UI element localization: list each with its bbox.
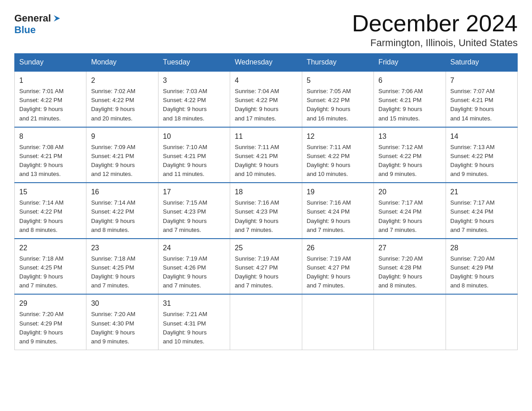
- calendar-cell: 21Sunrise: 7:17 AMSunset: 4:24 PMDayligh…: [446, 183, 517, 239]
- page-header: General Blue December 2024 Farmington, I…: [14, 11, 518, 49]
- calendar-cell: 5Sunrise: 7:05 AMSunset: 4:22 PMDaylight…: [302, 71, 373, 127]
- calendar-cell: [446, 294, 517, 350]
- calendar-cell: 20Sunrise: 7:17 AMSunset: 4:24 PMDayligh…: [374, 183, 446, 239]
- month-title: December 2024: [352, 11, 518, 36]
- calendar-cell: 6Sunrise: 7:06 AMSunset: 4:21 PMDaylight…: [374, 71, 446, 127]
- calendar-cell: 18Sunrise: 7:16 AMSunset: 4:23 PMDayligh…: [230, 183, 302, 239]
- calendar-cell: [302, 294, 373, 350]
- svg-marker-0: [54, 15, 60, 21]
- day-info: Sunrise: 7:17 AMSunset: 4:24 PMDaylight:…: [378, 198, 441, 235]
- day-info: Sunrise: 7:11 AMSunset: 4:22 PMDaylight:…: [307, 143, 369, 179]
- day-info: Sunrise: 7:13 AMSunset: 4:22 PMDaylight:…: [450, 143, 513, 179]
- calendar-cell: 11Sunrise: 7:11 AMSunset: 4:21 PMDayligh…: [230, 127, 302, 183]
- calendar-cell: 3Sunrise: 7:03 AMSunset: 4:22 PMDaylight…: [158, 71, 230, 127]
- day-info: Sunrise: 7:07 AMSunset: 4:21 PMDaylight:…: [450, 87, 513, 123]
- day-info: Sunrise: 7:02 AMSunset: 4:22 PMDaylight:…: [91, 87, 153, 123]
- day-info: Sunrise: 7:04 AMSunset: 4:22 PMDaylight:…: [235, 87, 297, 123]
- day-info: Sunrise: 7:14 AMSunset: 4:22 PMDaylight:…: [19, 198, 82, 235]
- calendar-cell: 9Sunrise: 7:09 AMSunset: 4:21 PMDaylight…: [86, 127, 158, 183]
- calendar-cell: 29Sunrise: 7:20 AMSunset: 4:29 PMDayligh…: [15, 294, 86, 350]
- day-number: 18: [235, 187, 297, 197]
- day-number: 20: [378, 187, 441, 197]
- calendar-cell: 13Sunrise: 7:12 AMSunset: 4:22 PMDayligh…: [374, 127, 446, 183]
- day-number: 10: [163, 131, 225, 142]
- calendar-header-row: SundayMondayTuesdayWednesdayThursdayFrid…: [15, 54, 518, 72]
- logo-blue-text: Blue: [14, 24, 36, 36]
- day-number: 23: [91, 243, 153, 253]
- day-number: 8: [19, 131, 82, 142]
- calendar-cell: 30Sunrise: 7:20 AMSunset: 4:30 PMDayligh…: [86, 294, 158, 350]
- calendar-cell: 17Sunrise: 7:15 AMSunset: 4:23 PMDayligh…: [158, 183, 230, 239]
- day-info: Sunrise: 7:05 AMSunset: 4:22 PMDaylight:…: [307, 87, 369, 123]
- day-info: Sunrise: 7:18 AMSunset: 4:25 PMDaylight:…: [19, 254, 82, 291]
- calendar-cell: 24Sunrise: 7:19 AMSunset: 4:26 PMDayligh…: [158, 239, 230, 295]
- week-row-3: 15Sunrise: 7:14 AMSunset: 4:22 PMDayligh…: [15, 183, 518, 239]
- calendar-cell: 1Sunrise: 7:01 AMSunset: 4:22 PMDaylight…: [15, 71, 86, 127]
- week-row-1: 1Sunrise: 7:01 AMSunset: 4:22 PMDaylight…: [15, 71, 518, 127]
- day-info: Sunrise: 7:09 AMSunset: 4:21 PMDaylight:…: [91, 143, 153, 179]
- title-area: December 2024 Farmington, Illinois, Unit…: [352, 11, 518, 49]
- calendar-cell: 16Sunrise: 7:14 AMSunset: 4:22 PMDayligh…: [86, 183, 158, 239]
- day-number: 6: [378, 75, 441, 86]
- day-number: 22: [19, 243, 82, 253]
- day-number: 2: [91, 75, 153, 86]
- week-row-5: 29Sunrise: 7:20 AMSunset: 4:29 PMDayligh…: [15, 294, 518, 350]
- day-info: Sunrise: 7:10 AMSunset: 4:21 PMDaylight:…: [163, 143, 225, 179]
- day-info: Sunrise: 7:20 AMSunset: 4:29 PMDaylight:…: [19, 310, 82, 346]
- header-saturday: Saturday: [446, 54, 517, 72]
- calendar-cell: 8Sunrise: 7:08 AMSunset: 4:21 PMDaylight…: [15, 127, 86, 183]
- day-number: 31: [163, 298, 225, 309]
- header-sunday: Sunday: [15, 54, 86, 72]
- day-number: 16: [91, 187, 153, 197]
- day-info: Sunrise: 7:19 AMSunset: 4:27 PMDaylight:…: [307, 254, 369, 291]
- day-number: 25: [235, 243, 297, 253]
- day-info: Sunrise: 7:01 AMSunset: 4:22 PMDaylight:…: [19, 87, 82, 123]
- header-wednesday: Wednesday: [230, 54, 302, 72]
- day-info: Sunrise: 7:03 AMSunset: 4:22 PMDaylight:…: [163, 87, 225, 123]
- calendar-cell: 22Sunrise: 7:18 AMSunset: 4:25 PMDayligh…: [15, 239, 86, 295]
- calendar-cell: [374, 294, 446, 350]
- calendar-cell: 15Sunrise: 7:14 AMSunset: 4:22 PMDayligh…: [15, 183, 86, 239]
- day-info: Sunrise: 7:21 AMSunset: 4:31 PMDaylight:…: [163, 310, 225, 346]
- day-info: Sunrise: 7:11 AMSunset: 4:21 PMDaylight:…: [235, 143, 297, 179]
- day-number: 30: [91, 298, 153, 309]
- day-info: Sunrise: 7:08 AMSunset: 4:21 PMDaylight:…: [19, 143, 82, 179]
- calendar-cell: 4Sunrise: 7:04 AMSunset: 4:22 PMDaylight…: [230, 71, 302, 127]
- calendar-cell: 2Sunrise: 7:02 AMSunset: 4:22 PMDaylight…: [86, 71, 158, 127]
- day-info: Sunrise: 7:15 AMSunset: 4:23 PMDaylight:…: [163, 198, 225, 235]
- day-number: 7: [450, 75, 513, 86]
- day-number: 14: [450, 131, 513, 142]
- day-info: Sunrise: 7:06 AMSunset: 4:21 PMDaylight:…: [378, 87, 441, 123]
- calendar-cell: 26Sunrise: 7:19 AMSunset: 4:27 PMDayligh…: [302, 239, 373, 295]
- day-info: Sunrise: 7:19 AMSunset: 4:26 PMDaylight:…: [163, 254, 225, 291]
- day-info: Sunrise: 7:20 AMSunset: 4:29 PMDaylight:…: [450, 254, 513, 291]
- calendar-cell: 23Sunrise: 7:18 AMSunset: 4:25 PMDayligh…: [86, 239, 158, 295]
- logo: General Blue: [14, 13, 61, 36]
- day-number: 28: [450, 243, 513, 253]
- header-friday: Friday: [374, 54, 446, 72]
- day-info: Sunrise: 7:20 AMSunset: 4:30 PMDaylight:…: [91, 310, 153, 346]
- calendar-cell: 28Sunrise: 7:20 AMSunset: 4:29 PMDayligh…: [446, 239, 517, 295]
- calendar-cell: 27Sunrise: 7:20 AMSunset: 4:28 PMDayligh…: [374, 239, 446, 295]
- week-row-4: 22Sunrise: 7:18 AMSunset: 4:25 PMDayligh…: [15, 239, 518, 295]
- week-row-2: 8Sunrise: 7:08 AMSunset: 4:21 PMDaylight…: [15, 127, 518, 183]
- day-info: Sunrise: 7:14 AMSunset: 4:22 PMDaylight:…: [91, 198, 153, 235]
- day-number: 17: [163, 187, 225, 197]
- day-info: Sunrise: 7:17 AMSunset: 4:24 PMDaylight:…: [450, 198, 513, 235]
- calendar-cell: 10Sunrise: 7:10 AMSunset: 4:21 PMDayligh…: [158, 127, 230, 183]
- day-number: 19: [307, 187, 369, 197]
- day-number: 21: [450, 187, 513, 197]
- day-number: 27: [378, 243, 441, 253]
- calendar-table: SundayMondayTuesdayWednesdayThursdayFrid…: [14, 53, 518, 350]
- logo-general-text: General: [14, 13, 51, 24]
- day-info: Sunrise: 7:18 AMSunset: 4:25 PMDaylight:…: [91, 254, 153, 291]
- day-info: Sunrise: 7:12 AMSunset: 4:22 PMDaylight:…: [378, 143, 441, 179]
- day-number: 24: [163, 243, 225, 253]
- day-number: 12: [307, 131, 369, 142]
- calendar-cell: [230, 294, 302, 350]
- day-number: 15: [19, 187, 82, 197]
- day-number: 3: [163, 75, 225, 86]
- day-info: Sunrise: 7:16 AMSunset: 4:23 PMDaylight:…: [235, 198, 297, 235]
- logo-arrow-icon: [53, 14, 61, 22]
- calendar-cell: 12Sunrise: 7:11 AMSunset: 4:22 PMDayligh…: [302, 127, 373, 183]
